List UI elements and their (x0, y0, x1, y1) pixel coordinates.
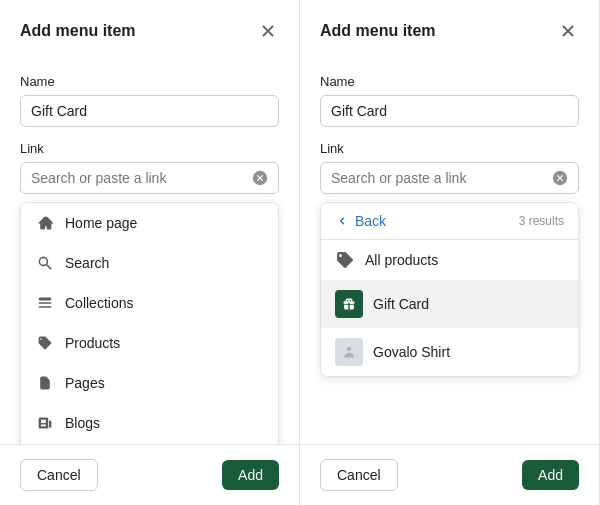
govalo-shirt-thumb (335, 338, 363, 366)
blogs-label: Blogs (65, 415, 100, 431)
blogs-icon (35, 413, 55, 433)
collections-label: Collections (65, 295, 133, 311)
right-clear-button[interactable] (550, 168, 570, 188)
results-count: 3 results (519, 214, 564, 228)
right-result-gift-card[interactable]: Gift Card (321, 280, 578, 328)
pages-label: Pages (65, 375, 105, 391)
left-link-input[interactable] (31, 170, 246, 186)
right-name-input[interactable] (320, 95, 579, 127)
left-title: Add menu item (20, 22, 136, 40)
tag-icon (335, 250, 355, 270)
right-add-button[interactable]: Add (522, 460, 579, 490)
govalo-shirt-label: Govalo Shirt (373, 344, 450, 360)
left-add-button[interactable]: Add (222, 460, 279, 490)
back-left: Back (335, 213, 386, 229)
left-name-label: Name (20, 74, 279, 89)
left-panel: Add menu item Name Link (0, 0, 300, 505)
gift-card-label: Gift Card (373, 296, 429, 312)
pages-icon (35, 373, 55, 393)
right-close-button[interactable] (557, 20, 579, 42)
products-label: Products (65, 335, 120, 351)
right-result-all-products[interactable]: All products (321, 240, 578, 280)
right-link-label: Link (320, 141, 579, 156)
right-header: Add menu item (300, 0, 599, 58)
search-icon (35, 253, 55, 273)
left-footer: Cancel Add (0, 444, 299, 505)
right-cancel-button[interactable]: Cancel (320, 459, 398, 491)
left-menu-item-collections[interactable]: Collections (21, 283, 278, 323)
right-footer: Cancel Add (300, 444, 599, 505)
right-body: Name Link Back 3 results (300, 58, 599, 444)
left-link-label: Link (20, 141, 279, 156)
left-menu-item-search[interactable]: Search (21, 243, 278, 283)
left-menu-item-products[interactable]: Products (21, 323, 278, 363)
products-icon (35, 333, 55, 353)
left-menu-item-blogs[interactable]: Blogs (21, 403, 278, 443)
home-label: Home page (65, 215, 137, 231)
right-link-input-wrap (320, 162, 579, 194)
left-name-input[interactable] (20, 95, 279, 127)
left-close-button[interactable] (257, 20, 279, 42)
left-header: Add menu item (0, 0, 299, 58)
right-panel: Add menu item Name Link (300, 0, 600, 505)
left-clear-button[interactable] (250, 168, 270, 188)
left-body: Name Link Home page (0, 58, 299, 444)
right-result-govalo-shirt[interactable]: Govalo Shirt (321, 328, 578, 376)
right-name-label: Name (320, 74, 579, 89)
all-products-label: All products (365, 252, 438, 268)
left-cancel-button[interactable]: Cancel (20, 459, 98, 491)
collections-icon (35, 293, 55, 313)
right-link-input[interactable] (331, 170, 546, 186)
search-label: Search (65, 255, 109, 271)
right-title: Add menu item (320, 22, 436, 40)
left-link-input-wrap (20, 162, 279, 194)
gift-card-thumb (335, 290, 363, 318)
home-icon (35, 213, 55, 233)
left-menu-item-pages[interactable]: Pages (21, 363, 278, 403)
left-dropdown: Home page Search Collections (20, 202, 279, 444)
back-label: Back (355, 213, 386, 229)
back-button[interactable]: Back 3 results (321, 203, 578, 240)
right-dropdown: Back 3 results All products (320, 202, 579, 377)
left-menu-item-home[interactable]: Home page (21, 203, 278, 243)
